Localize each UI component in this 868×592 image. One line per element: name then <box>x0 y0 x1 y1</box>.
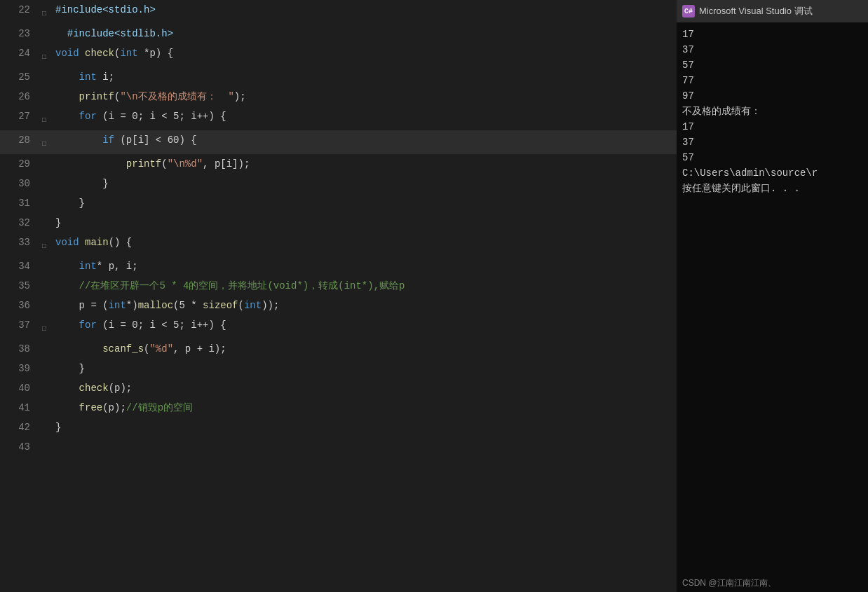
code-content: printf("\n不及格的成绩有： "); <box>50 87 677 106</box>
code-line: 33□void main() { <box>0 233 677 256</box>
code-line: 36 p = (int*)malloc(5 * sizeof(int)); <box>0 296 677 315</box>
output-title: Microsoft Visual Studio 调试 <box>699 5 813 18</box>
fold-icon <box>39 378 50 398</box>
code-line: 24□void check(int *p) { <box>0 43 677 67</box>
output-line: 按任意键关闭此窗口. . . <box>682 181 862 196</box>
fold-icon[interactable]: □ <box>39 43 50 67</box>
code-line: 41 free(p);//销毁p的空间 <box>0 398 677 418</box>
code-line: 37□ for (i = 0; i < 5; i++) { <box>0 315 677 339</box>
fold-icon <box>39 24 50 43</box>
fold-icon <box>39 437 50 457</box>
output-line: 37 <box>682 42 862 57</box>
line-number: 34 <box>0 256 39 276</box>
line-number: 23 <box>0 24 39 43</box>
output-line: 17 <box>682 27 862 42</box>
output-line: C:\Users\admin\source\r <box>682 165 862 181</box>
fold-icon <box>39 174 50 193</box>
fold-icon <box>39 276 50 296</box>
fold-icon <box>39 213 50 233</box>
code-line: 39 } <box>0 359 677 378</box>
code-line: 27□ for (i = 0; i < 5; i++) { <box>0 106 677 130</box>
fold-icon <box>39 398 50 418</box>
line-number: 22 <box>0 0 39 24</box>
line-number: 36 <box>0 296 39 315</box>
code-content: } <box>50 174 677 193</box>
output-line: 17 <box>682 119 862 135</box>
output-line: 37 <box>682 135 862 150</box>
code-content: } <box>50 213 677 233</box>
fold-icon[interactable]: □ <box>39 130 50 154</box>
output-line: 57 <box>682 57 862 73</box>
vs-icon: C# <box>682 5 695 18</box>
code-content: } <box>50 418 677 437</box>
fold-icon <box>39 418 50 437</box>
line-number: 39 <box>0 359 39 378</box>
output-line: 97 <box>682 88 862 104</box>
code-line: 43 <box>0 437 677 457</box>
output-line: 57 <box>682 150 862 165</box>
line-number: 43 <box>0 437 39 457</box>
code-line: 28□ if (p[i] < 60) { <box>0 130 677 154</box>
code-line: 31 } <box>0 193 677 213</box>
line-number: 24 <box>0 43 39 67</box>
fold-icon <box>39 67 50 87</box>
fold-icon <box>39 154 50 174</box>
code-line: 22□#include<stdio.h> <box>0 0 677 24</box>
code-content <box>50 437 677 457</box>
output-panel: C# Microsoft Visual Studio 调试 1737577797… <box>677 0 868 592</box>
fold-icon[interactable]: □ <box>39 0 50 24</box>
line-number: 35 <box>0 276 39 296</box>
output-content: 1737577797不及格的成绩有：173757C:\Users\admin\s… <box>677 22 868 200</box>
line-number: 42 <box>0 418 39 437</box>
code-content: void check(int *p) { <box>50 43 677 67</box>
output-footer: CSDN @江南江南江南、 <box>677 574 868 592</box>
output-titlebar: C# Microsoft Visual Studio 调试 <box>677 0 868 22</box>
fold-icon <box>39 339 50 359</box>
line-number: 26 <box>0 87 39 106</box>
code-content: check(p); <box>50 378 677 398</box>
code-line: 26 printf("\n不及格的成绩有： "); <box>0 87 677 106</box>
fold-icon <box>39 193 50 213</box>
output-line: 不及格的成绩有： <box>682 104 862 119</box>
line-number: 29 <box>0 154 39 174</box>
code-line: 35 //在堆区开辟一个5 * 4的空间，并将地址(void*)，转成(int*… <box>0 276 677 296</box>
fold-icon <box>39 87 50 106</box>
code-content: printf("\n%d", p[i]); <box>50 154 677 174</box>
line-number: 27 <box>0 106 39 130</box>
output-line: 77 <box>682 73 862 88</box>
line-number: 31 <box>0 193 39 213</box>
code-content: //在堆区开辟一个5 * 4的空间，并将地址(void*)，转成(int*),赋… <box>50 276 677 296</box>
code-content: free(p);//销毁p的空间 <box>50 398 677 418</box>
code-line: 42} <box>0 418 677 437</box>
code-content: scanf_s("%d", p + i); <box>50 339 677 359</box>
code-content: void main() { <box>50 233 677 256</box>
code-content: #include<stdlib.h> <box>50 24 677 43</box>
line-number: 38 <box>0 339 39 359</box>
fold-icon <box>39 359 50 378</box>
line-number: 37 <box>0 315 39 339</box>
code-content: #include<stdio.h> <box>50 0 677 24</box>
code-line: 38 scanf_s("%d", p + i); <box>0 339 677 359</box>
code-content: for (i = 0; i < 5; i++) { <box>50 106 677 130</box>
line-number: 28 <box>0 130 39 154</box>
code-line: 34 int* p, i; <box>0 256 677 276</box>
fold-icon[interactable]: □ <box>39 315 50 339</box>
line-number: 25 <box>0 67 39 87</box>
fold-icon <box>39 296 50 315</box>
code-content: if (p[i] < 60) { <box>50 130 677 154</box>
code-content: for (i = 0; i < 5; i++) { <box>50 315 677 339</box>
code-line: 29 printf("\n%d", p[i]); <box>0 154 677 174</box>
code-content: } <box>50 193 677 213</box>
fold-icon[interactable]: □ <box>39 106 50 130</box>
code-content: p = (int*)malloc(5 * sizeof(int)); <box>50 296 677 315</box>
line-number: 30 <box>0 174 39 193</box>
code-line: 32} <box>0 213 677 233</box>
line-number: 41 <box>0 398 39 418</box>
code-lines: 22□#include<stdio.h>23 #include<stdlib.h… <box>0 0 677 457</box>
code-content: int i; <box>50 67 677 87</box>
code-line: 30 } <box>0 174 677 193</box>
fold-icon[interactable]: □ <box>39 233 50 256</box>
line-number: 33 <box>0 233 39 256</box>
code-editor: 22□#include<stdio.h>23 #include<stdlib.h… <box>0 0 677 592</box>
code-content: } <box>50 359 677 378</box>
